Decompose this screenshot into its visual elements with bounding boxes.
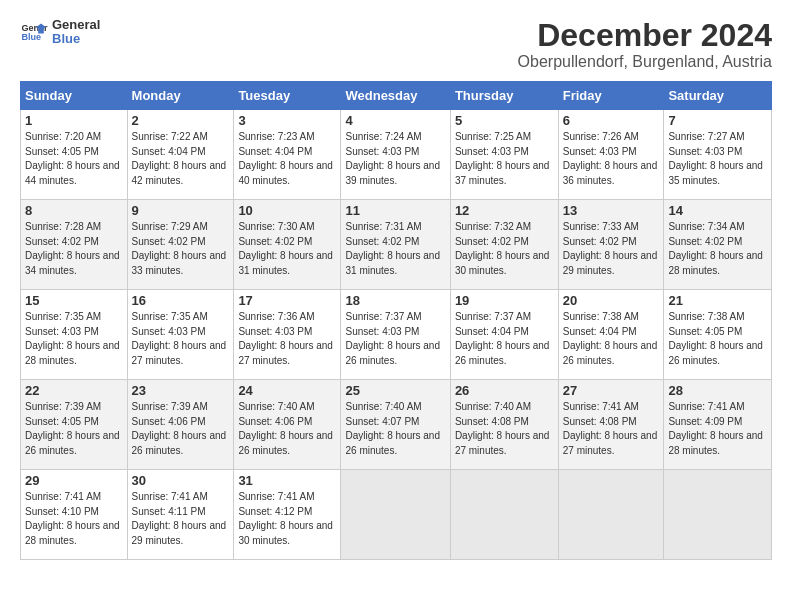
- day-cell: 8Sunrise: 7:28 AM Sunset: 4:02 PM Daylig…: [21, 200, 128, 290]
- day-cell: 29Sunrise: 7:41 AM Sunset: 4:10 PM Dayli…: [21, 470, 128, 560]
- day-cell: 16Sunrise: 7:35 AM Sunset: 4:03 PM Dayli…: [127, 290, 234, 380]
- day-info: Sunrise: 7:32 AM Sunset: 4:02 PM Dayligh…: [455, 221, 550, 276]
- day-cell: 17Sunrise: 7:36 AM Sunset: 4:03 PM Dayli…: [234, 290, 341, 380]
- day-cell: 6Sunrise: 7:26 AM Sunset: 4:03 PM Daylig…: [558, 110, 664, 200]
- logo-line1: General: [52, 18, 100, 32]
- day-info: Sunrise: 7:31 AM Sunset: 4:02 PM Dayligh…: [345, 221, 440, 276]
- page: General Blue General Blue December 2024 …: [0, 0, 792, 572]
- day-cell: 21Sunrise: 7:38 AM Sunset: 4:05 PM Dayli…: [664, 290, 772, 380]
- day-cell: 18Sunrise: 7:37 AM Sunset: 4:03 PM Dayli…: [341, 290, 450, 380]
- day-number: 26: [455, 383, 554, 398]
- header: General Blue General Blue December 2024 …: [20, 18, 772, 71]
- day-cell: 28Sunrise: 7:41 AM Sunset: 4:09 PM Dayli…: [664, 380, 772, 470]
- col-header-tuesday: Tuesday: [234, 82, 341, 110]
- day-number: 6: [563, 113, 660, 128]
- logo: General Blue General Blue: [20, 18, 100, 47]
- day-info: Sunrise: 7:40 AM Sunset: 4:06 PM Dayligh…: [238, 401, 333, 456]
- day-cell: 5Sunrise: 7:25 AM Sunset: 4:03 PM Daylig…: [450, 110, 558, 200]
- day-number: 22: [25, 383, 123, 398]
- title-block: December 2024 Oberpullendorf, Burgenland…: [518, 18, 772, 71]
- day-number: 3: [238, 113, 336, 128]
- day-number: 28: [668, 383, 767, 398]
- day-cell: 9Sunrise: 7:29 AM Sunset: 4:02 PM Daylig…: [127, 200, 234, 290]
- day-cell: 20Sunrise: 7:38 AM Sunset: 4:04 PM Dayli…: [558, 290, 664, 380]
- day-cell: [450, 470, 558, 560]
- day-info: Sunrise: 7:37 AM Sunset: 4:04 PM Dayligh…: [455, 311, 550, 366]
- col-header-monday: Monday: [127, 82, 234, 110]
- logo-line2: Blue: [52, 32, 100, 46]
- col-header-friday: Friday: [558, 82, 664, 110]
- day-number: 23: [132, 383, 230, 398]
- day-info: Sunrise: 7:35 AM Sunset: 4:03 PM Dayligh…: [25, 311, 120, 366]
- day-info: Sunrise: 7:25 AM Sunset: 4:03 PM Dayligh…: [455, 131, 550, 186]
- day-number: 18: [345, 293, 445, 308]
- day-number: 24: [238, 383, 336, 398]
- day-info: Sunrise: 7:30 AM Sunset: 4:02 PM Dayligh…: [238, 221, 333, 276]
- day-number: 14: [668, 203, 767, 218]
- day-cell: 4Sunrise: 7:24 AM Sunset: 4:03 PM Daylig…: [341, 110, 450, 200]
- day-info: Sunrise: 7:24 AM Sunset: 4:03 PM Dayligh…: [345, 131, 440, 186]
- day-cell: 10Sunrise: 7:30 AM Sunset: 4:02 PM Dayli…: [234, 200, 341, 290]
- day-info: Sunrise: 7:41 AM Sunset: 4:08 PM Dayligh…: [563, 401, 658, 456]
- day-number: 21: [668, 293, 767, 308]
- day-number: 20: [563, 293, 660, 308]
- day-cell: 24Sunrise: 7:40 AM Sunset: 4:06 PM Dayli…: [234, 380, 341, 470]
- day-cell: 30Sunrise: 7:41 AM Sunset: 4:11 PM Dayli…: [127, 470, 234, 560]
- day-info: Sunrise: 7:41 AM Sunset: 4:11 PM Dayligh…: [132, 491, 227, 546]
- week-row-3: 22Sunrise: 7:39 AM Sunset: 4:05 PM Dayli…: [21, 380, 772, 470]
- day-cell: 2Sunrise: 7:22 AM Sunset: 4:04 PM Daylig…: [127, 110, 234, 200]
- week-row-4: 29Sunrise: 7:41 AM Sunset: 4:10 PM Dayli…: [21, 470, 772, 560]
- day-number: 30: [132, 473, 230, 488]
- day-number: 29: [25, 473, 123, 488]
- day-cell: 27Sunrise: 7:41 AM Sunset: 4:08 PM Dayli…: [558, 380, 664, 470]
- day-cell: 14Sunrise: 7:34 AM Sunset: 4:02 PM Dayli…: [664, 200, 772, 290]
- day-cell: 23Sunrise: 7:39 AM Sunset: 4:06 PM Dayli…: [127, 380, 234, 470]
- logo-text: General Blue: [52, 18, 100, 47]
- logo-icon: General Blue: [20, 18, 48, 46]
- day-info: Sunrise: 7:41 AM Sunset: 4:09 PM Dayligh…: [668, 401, 763, 456]
- day-number: 7: [668, 113, 767, 128]
- day-number: 31: [238, 473, 336, 488]
- day-info: Sunrise: 7:38 AM Sunset: 4:05 PM Dayligh…: [668, 311, 763, 366]
- day-info: Sunrise: 7:39 AM Sunset: 4:06 PM Dayligh…: [132, 401, 227, 456]
- day-info: Sunrise: 7:38 AM Sunset: 4:04 PM Dayligh…: [563, 311, 658, 366]
- day-info: Sunrise: 7:27 AM Sunset: 4:03 PM Dayligh…: [668, 131, 763, 186]
- day-info: Sunrise: 7:39 AM Sunset: 4:05 PM Dayligh…: [25, 401, 120, 456]
- day-number: 2: [132, 113, 230, 128]
- day-number: 8: [25, 203, 123, 218]
- day-cell: 31Sunrise: 7:41 AM Sunset: 4:12 PM Dayli…: [234, 470, 341, 560]
- day-number: 10: [238, 203, 336, 218]
- day-cell: 11Sunrise: 7:31 AM Sunset: 4:02 PM Dayli…: [341, 200, 450, 290]
- day-number: 19: [455, 293, 554, 308]
- day-info: Sunrise: 7:20 AM Sunset: 4:05 PM Dayligh…: [25, 131, 120, 186]
- day-cell: 1Sunrise: 7:20 AM Sunset: 4:05 PM Daylig…: [21, 110, 128, 200]
- day-number: 4: [345, 113, 445, 128]
- day-cell: 22Sunrise: 7:39 AM Sunset: 4:05 PM Dayli…: [21, 380, 128, 470]
- day-cell: 3Sunrise: 7:23 AM Sunset: 4:04 PM Daylig…: [234, 110, 341, 200]
- day-info: Sunrise: 7:40 AM Sunset: 4:07 PM Dayligh…: [345, 401, 440, 456]
- day-number: 17: [238, 293, 336, 308]
- day-number: 5: [455, 113, 554, 128]
- day-info: Sunrise: 7:41 AM Sunset: 4:10 PM Dayligh…: [25, 491, 120, 546]
- day-info: Sunrise: 7:28 AM Sunset: 4:02 PM Dayligh…: [25, 221, 120, 276]
- day-info: Sunrise: 7:29 AM Sunset: 4:02 PM Dayligh…: [132, 221, 227, 276]
- col-header-saturday: Saturday: [664, 82, 772, 110]
- col-header-sunday: Sunday: [21, 82, 128, 110]
- day-number: 27: [563, 383, 660, 398]
- calendar-table: SundayMondayTuesdayWednesdayThursdayFrid…: [20, 81, 772, 560]
- day-info: Sunrise: 7:40 AM Sunset: 4:08 PM Dayligh…: [455, 401, 550, 456]
- day-cell: 26Sunrise: 7:40 AM Sunset: 4:08 PM Dayli…: [450, 380, 558, 470]
- month-title: December 2024: [518, 18, 772, 53]
- day-number: 9: [132, 203, 230, 218]
- day-info: Sunrise: 7:35 AM Sunset: 4:03 PM Dayligh…: [132, 311, 227, 366]
- day-info: Sunrise: 7:23 AM Sunset: 4:04 PM Dayligh…: [238, 131, 333, 186]
- day-info: Sunrise: 7:26 AM Sunset: 4:03 PM Dayligh…: [563, 131, 658, 186]
- day-info: Sunrise: 7:34 AM Sunset: 4:02 PM Dayligh…: [668, 221, 763, 276]
- day-number: 12: [455, 203, 554, 218]
- day-cell: [341, 470, 450, 560]
- day-info: Sunrise: 7:37 AM Sunset: 4:03 PM Dayligh…: [345, 311, 440, 366]
- week-row-2: 15Sunrise: 7:35 AM Sunset: 4:03 PM Dayli…: [21, 290, 772, 380]
- col-header-thursday: Thursday: [450, 82, 558, 110]
- day-info: Sunrise: 7:33 AM Sunset: 4:02 PM Dayligh…: [563, 221, 658, 276]
- day-cell: [664, 470, 772, 560]
